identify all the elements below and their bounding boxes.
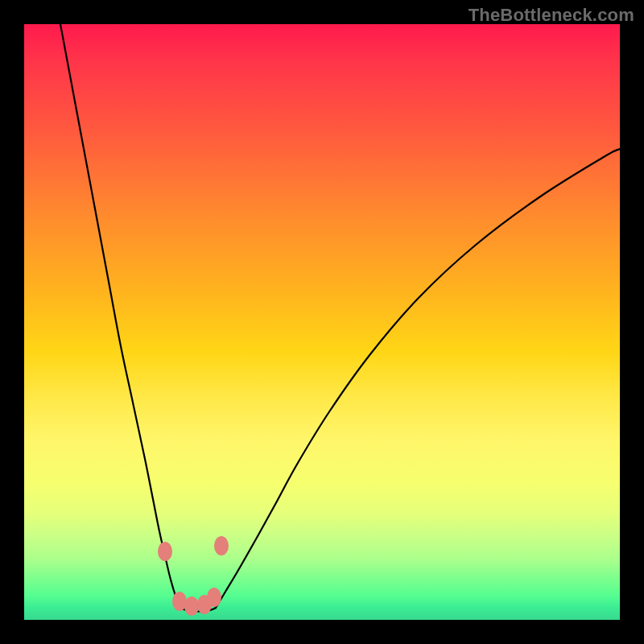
watermark-text: TheBottleneck.com: [469, 5, 634, 26]
plot-svg: [24, 24, 620, 620]
chart-frame: TheBottleneck.com: [0, 0, 644, 644]
bottom-d-marker: [207, 588, 221, 607]
curve-right-branch: [216, 149, 620, 608]
right-top-marker: [214, 536, 229, 555]
curve-left-branch: [60, 24, 180, 608]
bottom-b-marker: [184, 597, 199, 616]
plot-area: [24, 24, 620, 620]
left-top-marker: [158, 542, 172, 561]
marker-group: [158, 536, 229, 616]
